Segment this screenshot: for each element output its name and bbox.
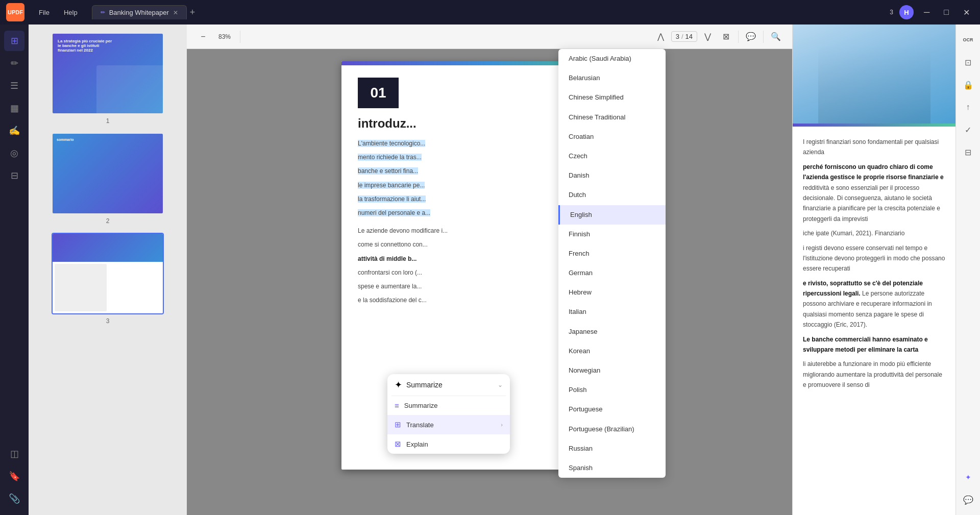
- tab-edit-icon: ✏: [101, 9, 105, 16]
- menu-help[interactable]: Help: [58, 7, 84, 18]
- language-option-chinese-traditional[interactable]: Chinese Traditional: [558, 108, 666, 127]
- share-upload-button[interactable]: ↑: [959, 98, 977, 116]
- language-option-croatian[interactable]: Croatian: [558, 127, 666, 146]
- sidebar-icon-form[interactable]: ⊟: [4, 165, 24, 186]
- last-page-button[interactable]: ⋁: [699, 29, 716, 45]
- close-button[interactable]: ✕: [959, 6, 974, 19]
- sidebar-icon-edit[interactable]: ✏: [4, 53, 24, 73]
- search-button[interactable]: 🔍: [768, 29, 784, 45]
- language-option-portuguese[interactable]: Portuguese: [558, 400, 666, 419]
- language-option-chinese-simplified[interactable]: Chinese Simplified: [558, 88, 666, 107]
- summarize-item-translate[interactable]: ⊞ Translate ›: [387, 415, 510, 434]
- titlebar: UPDF File Help ✏ Banking Whitepaper ✕ + …: [0, 0, 980, 24]
- first-page-button[interactable]: ⋀: [653, 29, 669, 45]
- page-navigation: ⋀ 3 / 14 ⋁ ⊠ 💬 🔍: [653, 29, 784, 45]
- language-option-norwegian[interactable]: Norwegian: [558, 361, 666, 380]
- translate-item-icon: ⊞: [395, 420, 401, 429]
- titlebar-controls: 3 H ─ □ ✕: [890, 5, 974, 19]
- ocr-button[interactable]: OCR: [959, 31, 977, 49]
- language-option-korean[interactable]: Korean: [558, 341, 666, 361]
- thumbnail-num-2: 2: [106, 217, 110, 225]
- lock-button[interactable]: 🔒: [959, 76, 977, 94]
- minimize-button[interactable]: ─: [920, 6, 934, 19]
- language-option-polish[interactable]: Polish: [558, 380, 666, 400]
- page-count-badge: 3: [890, 9, 893, 16]
- comment-button[interactable]: 💬: [743, 29, 759, 45]
- summarize-bar: ✦ Summarize ⌄ ≡ Summarize ⊞ Translate › …: [387, 374, 510, 454]
- thumbnail-1[interactable]: La strategia più cruciale perle banche e…: [41, 33, 175, 125]
- rp-para-5: e rivisto, soprattutto se c'è del potenz…: [803, 278, 945, 330]
- right-panel: I registri finanziari sono fondamentali …: [792, 24, 955, 515]
- summarize-label: Summarize: [406, 381, 494, 389]
- language-option-italian[interactable]: Italian: [558, 302, 666, 322]
- comment-panel-button[interactable]: 💬: [959, 491, 977, 509]
- language-option-german[interactable]: German: [558, 263, 666, 283]
- user-avatar[interactable]: H: [899, 5, 914, 19]
- summarize-main-button[interactable]: ✦ Summarize ⌄: [387, 374, 510, 396]
- summarize-item-explain[interactable]: ⊠ Explain: [387, 434, 510, 454]
- sidebar-icon-list[interactable]: ☰: [4, 76, 24, 96]
- summarize-item-summarize[interactable]: ≡ Summarize: [387, 396, 510, 415]
- right-panel-text: I registri finanziari sono fondamentali …: [793, 127, 955, 515]
- tab-bar: ✏ Banking Whitepaper ✕ +: [92, 5, 195, 19]
- sidebar-bottom: ◫ 🔖 📎: [4, 444, 24, 509]
- check-button[interactable]: ✓: [959, 120, 977, 139]
- explain-item-icon: ⊠: [395, 439, 401, 449]
- sidebar-icon-bookmark[interactable]: 🔖: [4, 466, 24, 486]
- toolbar-divider-1: [240, 31, 240, 43]
- maximize-button[interactable]: □: [940, 6, 953, 19]
- language-option-finnish[interactable]: Finnish: [558, 225, 666, 244]
- sidebar-icon-stamp[interactable]: ◎: [4, 143, 24, 163]
- new-tab-button[interactable]: +: [190, 7, 195, 18]
- toolbar-divider-2: [738, 31, 739, 43]
- summarize-main-icon: ✦: [395, 379, 402, 390]
- sidebar-icon-layers[interactable]: ◫: [4, 444, 24, 464]
- language-option-portuguese-(brazilian)[interactable]: Portuguese (Brazilian): [558, 420, 666, 439]
- translate-arrow-icon: ›: [501, 422, 503, 428]
- language-option-arabic-(saudi-arabia)[interactable]: Arabic (Saudi Arabia): [558, 49, 666, 68]
- summarize-chevron-icon: ⌄: [498, 381, 503, 388]
- sidebar-icon-grid[interactable]: ▦: [4, 98, 24, 118]
- fit-page-button[interactable]: ⊠: [718, 29, 734, 45]
- ai-chat-button[interactable]: ✦: [959, 468, 977, 486]
- sidebar-left: ⊞ ✏ ☰ ▦ ✍ ◎ ⊟ ◫ 🔖 📎: [0, 24, 29, 515]
- summarize-item-label: Summarize: [404, 402, 438, 409]
- tab-label: Banking Whitepaper: [109, 9, 169, 16]
- language-option-hebrew[interactable]: Hebrew: [558, 283, 666, 302]
- language-option-belarusian[interactable]: Belarusian: [558, 68, 666, 88]
- main-area: ⊞ ✏ ☰ ▦ ✍ ◎ ⊟ ◫ 🔖 📎 La strategia più cru…: [0, 24, 980, 515]
- rp-para-3: iche ipate (Kumari, 2021). Finanziario: [803, 228, 945, 238]
- language-option-french[interactable]: French: [558, 244, 666, 263]
- language-option-english[interactable]: English: [558, 205, 666, 225]
- menu-file[interactable]: File: [33, 7, 56, 18]
- rp-para-4: i registi devono essere conservati nel t…: [803, 243, 945, 274]
- toolbar-divider-3: [763, 31, 764, 43]
- rp-para-2: perché forniscono un quadro chiaro di co…: [803, 162, 945, 224]
- zoom-out-button[interactable]: −: [195, 29, 211, 45]
- pdf-viewport[interactable]: 01 introduz... L'ambiente tecnologico...…: [187, 49, 792, 515]
- thumbnail-3[interactable]: 3: [41, 233, 175, 325]
- sidebar-right: OCR ⊡ 🔒 ↑ ✓ ⊟ ✦ 💬: [955, 24, 980, 515]
- language-option-danish[interactable]: Danish: [558, 166, 666, 185]
- tab-close-button[interactable]: ✕: [173, 9, 178, 16]
- language-option-czech[interactable]: Czech: [558, 146, 666, 166]
- thumbnail-num-3: 3: [106, 317, 110, 325]
- sidebar-icon-pages[interactable]: ⊞: [4, 31, 24, 51]
- sidebar-icon-annotate[interactable]: ✍: [4, 120, 24, 141]
- panel-bottom-gradient: [793, 124, 955, 127]
- language-option-japanese[interactable]: Japanese: [558, 322, 666, 341]
- thumbnail-2[interactable]: sommario 2: [41, 133, 175, 225]
- current-page: 3: [676, 33, 679, 40]
- db-button[interactable]: ⊟: [959, 143, 977, 161]
- language-option-russian[interactable]: Russian: [558, 439, 666, 458]
- menu-bar: File Help: [33, 7, 84, 18]
- rp-para-1: I registri finanziari sono fondamentali …: [803, 137, 945, 158]
- page-display: 3 / 14: [671, 31, 697, 42]
- tab-banking-whitepaper[interactable]: ✏ Banking Whitepaper ✕: [92, 5, 187, 19]
- pdf-page-number-box: 01: [358, 78, 399, 108]
- language-option-spanish[interactable]: Spanish: [558, 458, 666, 478]
- extract-button[interactable]: ⊡: [959, 53, 977, 71]
- thumbnail-panel: La strategia più cruciale perle banche e…: [29, 24, 187, 515]
- sidebar-icon-attachment[interactable]: 📎: [4, 488, 24, 509]
- language-option-dutch[interactable]: Dutch: [558, 185, 666, 205]
